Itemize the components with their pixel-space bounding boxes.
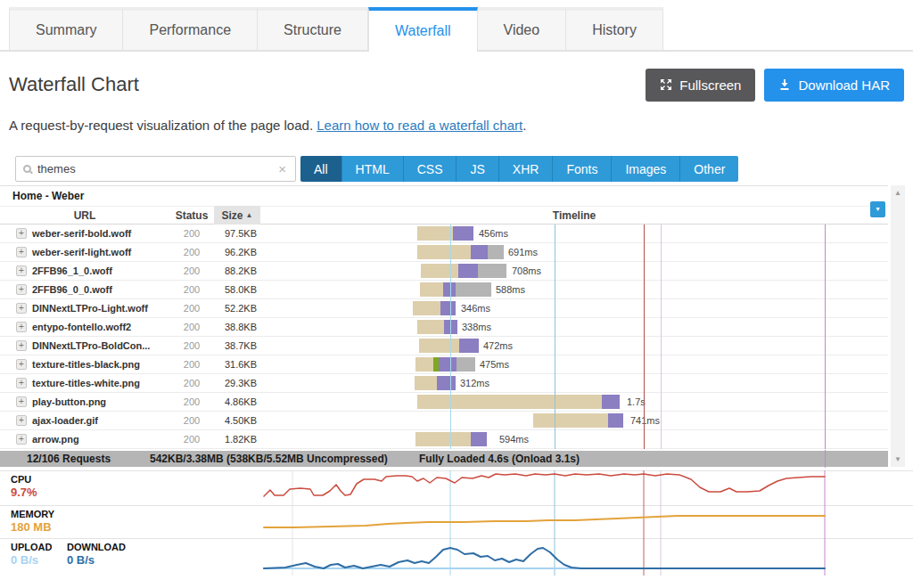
request-time-label: 708ms [512,265,541,276]
gtmetrix-report-page: SummaryPerformanceStructureWaterfallVide… [0,0,913,588]
waterfall-bar-gray [488,245,504,259]
waterfall-bar-purple [443,282,456,297]
search-box: × [15,156,296,182]
filter-all[interactable]: All [300,156,342,182]
table-row[interactable]: +texture-titles-black.png20031.6KB475ms [0,355,888,374]
filter-css[interactable]: CSS [404,156,457,182]
expand-icon[interactable]: + [16,303,27,314]
waterfall-bar-tan [417,395,602,409]
timeline-marker [825,225,826,449]
download-har-button[interactable]: Download HAR [764,69,904,102]
download-graph-value: 0 B/s [67,553,95,567]
expand-icon[interactable]: + [16,434,27,445]
filter-xhr[interactable]: XHR [499,156,554,182]
sort-ascending-icon: ▲ [246,211,253,219]
request-url: play-button.png [32,396,106,407]
column-header-status[interactable]: Status [169,209,214,222]
filter-js[interactable]: JS [456,156,498,182]
request-size: 52.2KB [210,303,257,314]
table-row[interactable]: +2FFB96_1_0.woff20088.2KB708ms [0,262,888,281]
table-row[interactable]: +DINNextLTPro-BoldCon...20038.7KB472ms [0,337,888,355]
waterfall-bar-purple [471,245,488,259]
status-code: 200 [169,378,214,388]
fullscreen-button[interactable]: Fullscreen [646,69,755,102]
timeline-dropdown-button[interactable]: ▼ [870,201,885,217]
expand-icon[interactable]: + [16,322,27,332]
table-row[interactable]: +weber-serif-bold.woff20097.5KB456ms [0,225,888,243]
cpu-value: 9.7% [11,486,37,499]
fully-loaded-marker [825,450,826,468]
waterfall-bar-purple [437,376,456,390]
scroll-down-icon[interactable]: ▼ [891,455,905,463]
request-url: ajax-loader.gif [32,415,98,426]
status-code: 200 [169,247,214,257]
request-url: 2FFB96_1_0.woff [32,265,112,276]
filter-other[interactable]: Other [680,156,738,182]
expand-icon[interactable]: + [16,415,27,426]
clear-search-icon[interactable]: × [276,161,288,176]
waterfall-bar-tan [417,245,471,259]
request-url: entypo-fontello.woff2 [32,322,131,332]
request-time-label: 338ms [462,322,491,332]
expand-icon[interactable]: + [16,284,27,295]
status-code: 200 [169,434,214,445]
vertical-scrollbar[interactable]: ▲ ▼ [891,185,905,467]
request-url: DINNextLTPro-Light.woff [32,303,148,314]
request-url: DINNextLTPro-BoldCon... [32,340,150,351]
expand-icon[interactable]: + [16,340,27,351]
request-size: 4.50KB [210,415,257,426]
waterfall-help-link[interactable]: Learn how to read a waterfall chart [317,118,522,133]
timeline-marker [450,225,451,449]
tab-video[interactable]: Video [478,7,567,50]
filter-html[interactable]: HTML [342,156,404,182]
request-size: 1.82KB [210,434,257,445]
table-row[interactable]: +2FFB96_0_0.woff20058.0KB588ms [0,281,888,299]
table-row[interactable]: +ajax-loader.gif2004.50KB741ms [0,412,888,430]
request-time-label: 594ms [499,434,529,445]
status-code: 200 [169,322,214,332]
fullscreen-label: Fullscreen [679,78,741,93]
expand-icon[interactable]: + [16,228,27,239]
section-divider [0,538,913,539]
expand-icon[interactable]: + [16,378,27,388]
request-time-label: 475ms [480,359,509,370]
filter-fonts[interactable]: Fonts [553,156,612,182]
tab-structure[interactable]: Structure [258,7,368,50]
status-code: 200 [169,284,214,295]
tab-waterfall[interactable]: Waterfall [368,7,478,52]
search-input[interactable] [37,162,276,176]
table-row[interactable]: +weber-serif-light.woff20096.2KB691ms [0,243,888,262]
expand-icon[interactable]: + [16,396,27,407]
tab-performance[interactable]: Performance [123,7,258,50]
waterfall-bar-purple [458,264,478,278]
table-row[interactable]: +DINNextLTPro-Light.woff20052.2KB346ms [0,299,888,318]
chevron-down-icon: ▼ [875,206,881,212]
filter-images[interactable]: Images [612,156,680,182]
timeline-marker [644,225,645,449]
footer-loaded-info: Fully Loaded 4.6s (Onload 3.1s) [419,453,580,465]
waterfall-bar-purple [471,432,487,446]
scroll-up-icon[interactable]: ▲ [891,189,905,197]
description: A request-by-request visualization of th… [9,118,526,133]
request-size: 4.86KB [210,396,257,407]
table-row[interactable]: +texture-titles-white.png20029.3KB312ms [0,374,888,393]
table-row[interactable]: +arrow.png2001.82KB594ms [0,430,888,449]
waterfall-bar-tan [415,432,471,446]
request-size: 97.5KB [210,228,257,239]
expand-icon[interactable]: + [16,265,27,276]
column-header-size[interactable]: Size▲ [214,206,260,225]
status-code: 200 [169,228,214,239]
request-time-label: 1.7s [627,396,646,407]
waterfall-bar-tan [419,339,459,353]
table-row[interactable]: +entypo-fontello.woff220038.8KB338ms [0,318,888,337]
tab-summary[interactable]: Summary [9,7,123,50]
expand-icon[interactable]: + [16,247,27,257]
waterfall-bar-purple [453,226,473,241]
expand-icon[interactable]: + [16,359,27,370]
column-header-url[interactable]: URL [0,209,169,222]
tab-history[interactable]: History [566,7,663,50]
table-footer: 12/106 Requests 542KB/3.38MB (538KB/5.52… [0,451,888,467]
request-time-label: 691ms [508,247,538,257]
status-code: 200 [169,359,214,370]
table-row[interactable]: +play-button.png2004.86KB1.7s [0,393,888,412]
